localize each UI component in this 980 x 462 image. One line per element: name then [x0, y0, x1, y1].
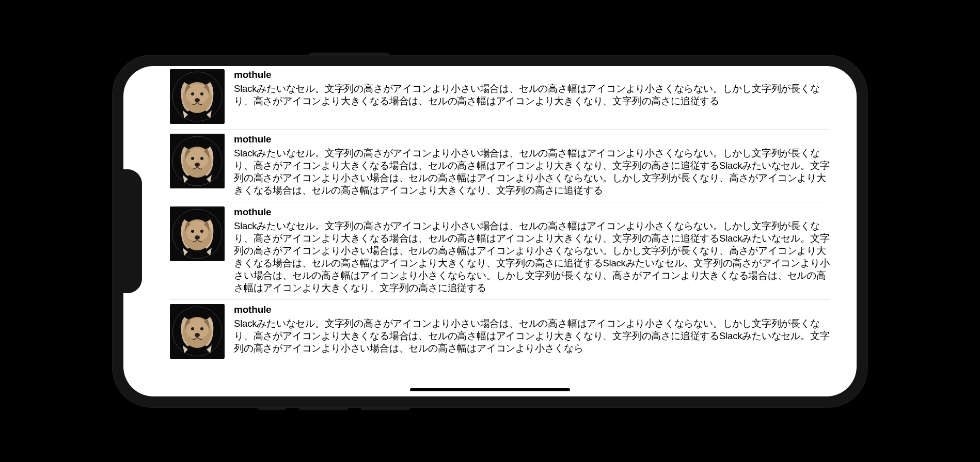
svg-point-26 — [200, 327, 203, 330]
svg-point-12 — [200, 157, 203, 160]
message-text: Slackみたいなセル。文字列の高さがアイコンより小さい場合は、セルの高さ幅はア… — [234, 317, 830, 355]
avatar — [170, 69, 225, 124]
cell-content: mothule Slackみたいなセル。文字列の高さがアイコンより小さい場合は、… — [234, 134, 830, 197]
svg-point-13 — [195, 163, 200, 167]
table-row[interactable]: mothule Slackみたいなセル。文字列の高さがアイコンより小さい場合は、… — [123, 205, 857, 299]
username-label: mothule — [234, 206, 830, 218]
device-screen: mothule Slackみたいなセル。文字列の高さがアイコンより小さい場合は、… — [123, 66, 857, 396]
username-label: mothule — [234, 69, 830, 81]
svg-point-6 — [195, 98, 200, 102]
cell-content: mothule Slackみたいなセル。文字列の高さがアイコンより小さい場合は、… — [234, 206, 830, 294]
cell-content: mothule Slackみたいなセル。文字列の高さがアイコンより小さい場合は、… — [234, 69, 830, 124]
dog-avatar-icon — [170, 206, 225, 261]
message-text: Slackみたいなセル。文字列の高さがアイコンより小さい場合は、セルの高さ幅はア… — [234, 220, 830, 294]
avatar — [170, 304, 225, 359]
avatar — [170, 134, 225, 188]
svg-point-11 — [191, 157, 194, 160]
svg-point-20 — [195, 235, 200, 240]
table-row[interactable]: mothule Slackみたいなセル。文字列の高さがアイコンより小さい場合は、… — [123, 303, 857, 364]
svg-point-27 — [195, 333, 200, 337]
cell-separator — [170, 202, 830, 202]
device-side-button-2 — [299, 407, 348, 410]
svg-point-25 — [191, 327, 194, 330]
username-label: mothule — [234, 304, 830, 315]
cell-separator — [170, 129, 830, 130]
device-side-button-3 — [361, 407, 410, 410]
svg-point-4 — [191, 92, 194, 95]
table-row[interactable]: mothule Slackみたいなセル。文字列の高さがアイコンより小さい場合は、… — [123, 68, 857, 129]
svg-point-19 — [200, 230, 203, 233]
cell-content: mothule Slackみたいなセル。文字列の高さがアイコンより小さい場合は、… — [234, 304, 830, 359]
username-label: mothule — [234, 134, 830, 145]
device-side-button-1 — [258, 407, 286, 410]
avatar — [170, 206, 225, 261]
dog-avatar-icon — [170, 134, 225, 188]
svg-point-5 — [200, 92, 203, 95]
home-indicator[interactable] — [410, 388, 570, 391]
dog-avatar-icon — [170, 69, 225, 124]
table-row[interactable]: mothule Slackみたいなセル。文字列の高さがアイコンより小さい場合は、… — [123, 133, 857, 202]
device-volume-button — [309, 53, 389, 56]
device-notch — [123, 169, 142, 293]
device-frame: mothule Slackみたいなセル。文字列の高さがアイコンより小さい場合は、… — [113, 56, 867, 407]
dog-avatar-icon — [170, 304, 225, 359]
message-text: Slackみたいなセル。文字列の高さがアイコンより小さい場合は、セルの高さ幅はア… — [234, 83, 830, 107]
message-text: Slackみたいなセル。文字列の高さがアイコンより小さい場合は、セルの高さ幅はア… — [234, 147, 830, 197]
svg-point-18 — [191, 230, 194, 233]
cell-separator — [170, 299, 830, 300]
table-view[interactable]: mothule Slackみたいなセル。文字列の高さがアイコンより小さい場合は、… — [123, 66, 857, 396]
